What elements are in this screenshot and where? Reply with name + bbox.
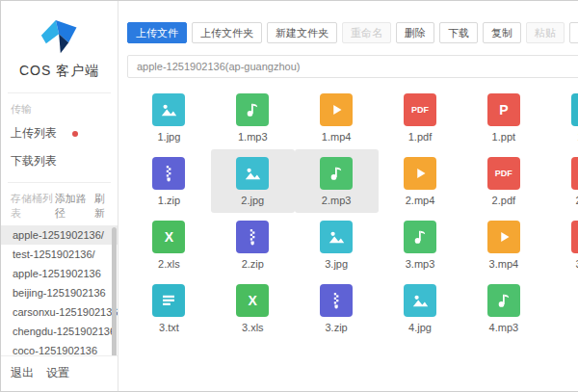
file-name: 4.jpg bbox=[408, 322, 432, 333]
file-name: 1.ppt bbox=[492, 131, 515, 143]
bucket-item[interactable]: carsonxu-1251902136 bbox=[1, 302, 118, 322]
file-name: 2.xls bbox=[158, 258, 180, 270]
sidebar-nav-item-0[interactable]: 上传列表 bbox=[1, 119, 118, 147]
bucket-section-label: 存储桶列表 bbox=[11, 192, 55, 221]
file-name: 2.pdf bbox=[492, 195, 515, 206]
file-item[interactable]: 1.txt bbox=[545, 86, 578, 149]
file-item[interactable]: 2.jpg bbox=[211, 149, 295, 213]
file-name: 2.jpg bbox=[241, 195, 264, 206]
file-icon-letter: PDF bbox=[495, 167, 512, 180]
file-icon-letter: X bbox=[249, 294, 257, 307]
main-panel: – × 上传文件上传文件夹新建文件夹重命名删除下载复制粘贴 apple-1251… bbox=[118, 1, 578, 391]
file-item[interactable]: 2.mp3 bbox=[295, 149, 379, 213]
breadcrumb[interactable]: apple-1251902136(ap-guangzhou) bbox=[127, 55, 578, 78]
xls-file-icon: X bbox=[236, 284, 269, 317]
file-grid: 1.jpg1.mp31.mp4PDF1.pdfP1.ppt1.txtX1.xls… bbox=[127, 86, 578, 340]
file-item[interactable]: X3.xls bbox=[211, 276, 295, 340]
file-name: 1.mp3 bbox=[238, 131, 268, 143]
cos-logo-icon bbox=[36, 13, 84, 56]
file-name: 1.pdf bbox=[408, 131, 432, 143]
file-item[interactable]: 3.jpg bbox=[295, 213, 379, 276]
toolbar-button-7: 粘贴 bbox=[526, 22, 565, 43]
jpg-file-icon bbox=[320, 221, 353, 253]
logout-link[interactable]: 退出 bbox=[11, 365, 34, 381]
file-name: 2.zip bbox=[242, 258, 264, 270]
sidebar-nav-item-1[interactable]: 下载列表 bbox=[1, 147, 118, 175]
file-name: 3.mp3 bbox=[406, 258, 435, 270]
file-item[interactable]: X2.xls bbox=[127, 213, 211, 276]
file-item[interactable]: 1.jpg bbox=[127, 86, 211, 149]
zip-file-icon bbox=[320, 284, 353, 317]
toolbar-button-4[interactable]: 删除 bbox=[396, 22, 434, 43]
refresh-buckets-link[interactable]: 刷新 bbox=[94, 192, 112, 221]
bucket-item[interactable]: apple-1251902136 bbox=[1, 264, 118, 283]
ppt-file-icon: P bbox=[571, 157, 578, 190]
logo-area: COS 客户端 bbox=[1, 1, 118, 80]
bucket-header: 存储桶列表 添加路径 刷新 bbox=[1, 183, 118, 225]
xls-file-icon: X bbox=[152, 221, 185, 253]
toolbar-button-0[interactable]: 上传文件 bbox=[127, 22, 187, 43]
file-item[interactable]: PDF1.pdf bbox=[379, 86, 462, 149]
file-name: 1.zip bbox=[158, 195, 180, 206]
txt-file-icon bbox=[571, 93, 578, 126]
file-item[interactable]: 3.zip bbox=[295, 276, 379, 340]
file-name: 3.txt bbox=[159, 322, 179, 333]
pdf-file-icon: PDF bbox=[404, 93, 436, 126]
file-name: 1.jpg bbox=[157, 131, 180, 143]
mp4-file-icon bbox=[404, 157, 436, 190]
file-item[interactable]: 2.mp4 bbox=[379, 149, 462, 213]
file-item[interactable]: 3.txt bbox=[127, 276, 211, 340]
file-item[interactable]: 1.mp3 bbox=[211, 86, 295, 149]
toolbar-button-5[interactable]: 下载 bbox=[439, 22, 478, 43]
file-item[interactable]: PDF3.pdf bbox=[545, 213, 578, 276]
file-item[interactable]: 4.mp3 bbox=[461, 276, 545, 340]
bucket-item[interactable]: coco-1251902136 bbox=[1, 341, 118, 355]
file-item[interactable]: P2.ppt bbox=[545, 149, 578, 213]
bucket-item[interactable]: beijing-1251902136 bbox=[1, 283, 118, 302]
file-name: 2.mp4 bbox=[406, 195, 435, 206]
app-title: COS 客户端 bbox=[1, 63, 118, 80]
add-path-link[interactable]: 添加路径 bbox=[55, 192, 90, 221]
bucket-list-scrollbar[interactable] bbox=[112, 227, 117, 355]
bucket-list: apple-1251902136/test-1251902136/apple-1… bbox=[1, 225, 118, 355]
file-item[interactable]: P1.ppt bbox=[461, 86, 545, 149]
file-item[interactable]: 4.jpg bbox=[379, 276, 462, 340]
toolbar-button-6[interactable]: 复制 bbox=[483, 22, 521, 43]
mp4-file-icon bbox=[320, 93, 353, 126]
mp3-file-icon bbox=[236, 93, 269, 126]
toolbar-button-2[interactable]: 新建文件夹 bbox=[267, 22, 337, 43]
sidebar-footer: 退出 设置 bbox=[1, 355, 118, 391]
sidebar: COS 客户端 传输 上传列表下载列表 存储桶列表 添加路径 刷新 apple-… bbox=[1, 1, 118, 391]
jpg-file-icon bbox=[236, 157, 269, 190]
ppt-file-icon: P bbox=[487, 93, 520, 126]
refresh-button[interactable] bbox=[569, 22, 578, 43]
file-item[interactable]: 2.zip bbox=[211, 213, 295, 276]
file-item[interactable]: 1.mp4 bbox=[295, 86, 379, 149]
bucket-item[interactable]: test-1251902136/ bbox=[1, 245, 118, 264]
file-item[interactable]: 3.mp4 bbox=[461, 213, 545, 276]
transfer-section-label: 传输 bbox=[1, 93, 118, 119]
bucket-item[interactable]: apple-1251902136/ bbox=[1, 225, 118, 245]
zip-file-icon bbox=[236, 221, 269, 253]
mp4-file-icon bbox=[487, 221, 520, 253]
bucket-item[interactable]: chengdu-1251902136 bbox=[1, 322, 118, 341]
notification-dot bbox=[72, 131, 78, 137]
settings-link[interactable]: 设置 bbox=[46, 365, 69, 381]
file-name: 3.jpg bbox=[325, 258, 348, 270]
zip-file-icon bbox=[152, 157, 185, 190]
toolbar-button-1[interactable]: 上传文件夹 bbox=[192, 22, 262, 43]
file-name: 4.mp3 bbox=[489, 322, 519, 333]
file-name: 3.zip bbox=[326, 322, 348, 333]
mp3-file-icon bbox=[487, 284, 520, 317]
file-name: 3.xls bbox=[242, 322, 264, 333]
transfer-nav: 上传列表下载列表 bbox=[1, 119, 118, 175]
file-name: 2.mp3 bbox=[322, 195, 352, 206]
file-icon-letter: PDF bbox=[411, 103, 429, 117]
file-item[interactable]: 3.mp3 bbox=[379, 213, 462, 276]
txt-file-icon bbox=[152, 284, 185, 317]
file-item[interactable]: PDF2.pdf bbox=[461, 149, 545, 213]
file-item[interactable]: 1.zip bbox=[127, 149, 211, 213]
file-name: 1.mp4 bbox=[322, 131, 352, 143]
mp3-file-icon bbox=[320, 157, 353, 190]
pdf-file-icon: PDF bbox=[571, 221, 578, 253]
